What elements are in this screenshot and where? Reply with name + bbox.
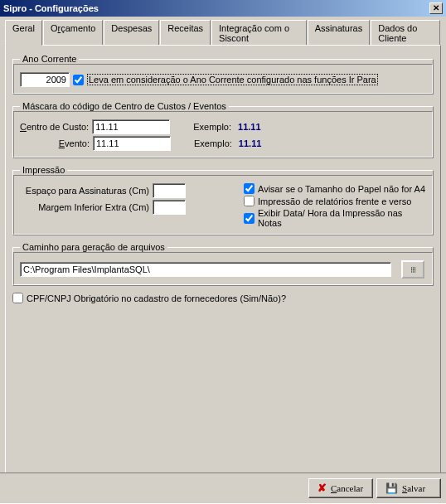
tab-strip: Geral Orçamento Despesas Receitas Integr… bbox=[5, 20, 441, 46]
ano-input[interactable] bbox=[20, 72, 70, 87]
chk-exibir-data-label: Exibir Data/ Hora da Impressão nas Notas bbox=[258, 208, 426, 228]
evento-input[interactable] bbox=[93, 136, 171, 151]
chk-exibir-data-wrap[interactable]: Exibir Data/ Hora da Impressão nas Notas bbox=[244, 208, 426, 228]
tab-orcamento[interactable]: Orçamento bbox=[43, 20, 103, 46]
content-area: Geral Orçamento Despesas Receitas Integr… bbox=[0, 17, 446, 479]
chk-avisar-a4-wrap[interactable]: Avisar se o Tamanho do Papel não for A4 bbox=[244, 183, 426, 194]
caminho-input[interactable] bbox=[20, 262, 391, 277]
chk-cpf-wrap[interactable]: CPF/CNPJ Obrigatório no cadastro de forn… bbox=[12, 293, 434, 303]
close-button[interactable]: ✕ bbox=[429, 2, 443, 14]
margem-inferior-input[interactable] bbox=[153, 200, 186, 215]
tab-integracao[interactable]: Integração com o Siscont bbox=[211, 20, 307, 46]
chk-cpf[interactable] bbox=[12, 293, 23, 303]
chk-frente-verso-label: Impressão de relatórios frente e verso bbox=[258, 196, 411, 206]
label-evento: Evento: bbox=[20, 138, 90, 148]
button-bar: ✘ Cancelar 💾 Salvar bbox=[0, 472, 446, 504]
group-caminho: Caminho para geração de arquivos ⁝⁝⁝ bbox=[12, 242, 434, 286]
group-impressao: Impressão Espaço para Assinaturas (Cm) M… bbox=[12, 165, 434, 235]
browse-icon: ⁝⁝⁝ bbox=[410, 265, 415, 274]
cancel-label: Cancelar bbox=[331, 483, 363, 493]
browse-button[interactable]: ⁝⁝⁝ bbox=[401, 260, 424, 279]
impressao-left-col: Espaço para Assinaturas (Cm) Margem Infe… bbox=[20, 182, 235, 230]
legend-impressao: Impressão bbox=[20, 165, 67, 175]
chk-ir-para-label: Leva em consideração o Ano Corrente conf… bbox=[87, 74, 378, 85]
tab-assinaturas[interactable]: Assinaturas bbox=[308, 20, 370, 46]
cancel-button[interactable]: ✘ Cancelar bbox=[308, 478, 373, 498]
tab-despesas[interactable]: Despesas bbox=[104, 20, 159, 46]
label-exemplo-2: Exemplo: bbox=[194, 138, 232, 148]
group-ano-corrente: Ano Corrente Leva em consideração o Ano … bbox=[12, 54, 434, 94]
tab-panel-geral: Ano Corrente Leva em consideração o Ano … bbox=[5, 45, 441, 476]
chk-exibir-data[interactable] bbox=[244, 213, 255, 224]
save-button[interactable]: 💾 Salvar bbox=[376, 478, 441, 498]
chk-avisar-a4-label: Avisar se o Tamanho do Papel não for A4 bbox=[258, 184, 425, 194]
centro-custo-input[interactable] bbox=[92, 119, 170, 134]
tab-dados-cliente[interactable]: Dados do Cliente bbox=[371, 20, 440, 46]
label-espaco-assinaturas: Espaço para Assinaturas (Cm) bbox=[20, 186, 149, 196]
exemplo-value-1: 11.11 bbox=[238, 122, 261, 132]
legend-mascara: Máscara do código de Centro de Custos / … bbox=[20, 101, 229, 111]
cancel-icon: ✘ bbox=[318, 482, 327, 495]
chk-ir-para[interactable] bbox=[73, 75, 84, 85]
legend-caminho: Caminho para geração de arquivos bbox=[20, 242, 167, 252]
save-icon: 💾 bbox=[385, 482, 398, 495]
window-title: Sipro - Configurações bbox=[3, 3, 99, 13]
chk-avisar-a4[interactable] bbox=[244, 183, 255, 194]
group-mascara: Máscara do código de Centro de Custos / … bbox=[12, 101, 434, 158]
chk-ir-para-wrap[interactable]: Leva em consideração o Ano Corrente conf… bbox=[73, 74, 378, 85]
save-label: Salvar bbox=[402, 483, 425, 493]
impressao-right-col: Avisar se o Tamanho do Papel não for A4 … bbox=[235, 182, 426, 230]
tab-receitas[interactable]: Receitas bbox=[160, 20, 211, 46]
exemplo-value-2: 11.11 bbox=[239, 138, 262, 148]
label-margem-inferior: Margem Inferior Extra (Cm) bbox=[20, 202, 149, 212]
espaco-assinaturas-input[interactable] bbox=[153, 183, 186, 198]
legend-ano: Ano Corrente bbox=[20, 54, 79, 64]
tab-geral[interactable]: Geral bbox=[5, 20, 42, 46]
label-centro-custo: Centro de Custo: bbox=[20, 122, 89, 132]
label-exemplo-1: Exemplo: bbox=[193, 122, 231, 132]
chk-frente-verso[interactable] bbox=[244, 196, 255, 206]
titlebar: Sipro - Configurações ✕ bbox=[0, 0, 446, 17]
chk-frente-verso-wrap[interactable]: Impressão de relatórios frente e verso bbox=[244, 196, 426, 206]
chk-cpf-label: CPF/CNPJ Obrigatório no cadastro de forn… bbox=[27, 293, 286, 303]
